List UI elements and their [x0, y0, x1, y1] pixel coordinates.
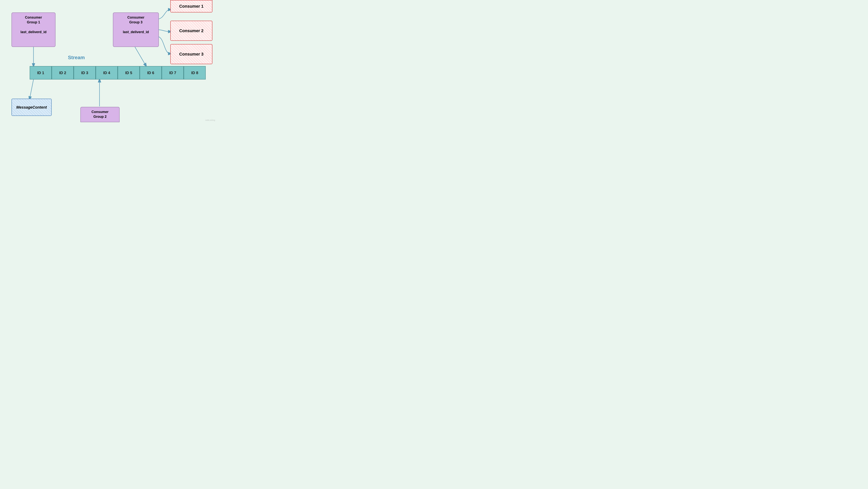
- svg-line-5: [30, 80, 33, 98]
- consumer-group-1-box: ConsumerGroup 1last_deliverd_id: [11, 12, 56, 47]
- consumer-1-label: Consumer 1: [179, 4, 204, 9]
- diagram-container: ConsumerGroup 1last_deliverd_id Consumer…: [0, 0, 217, 122]
- consumer-group-2-box: ConsumerGroup 2: [81, 107, 120, 122]
- stream-cell-id4: ID 4: [96, 66, 118, 80]
- stream-cell-id6: ID 6: [140, 66, 162, 80]
- consumer-3-box: Consumer 3: [170, 44, 212, 64]
- stream-cell-id8: ID 8: [184, 66, 206, 80]
- stream-label: Stream: [68, 55, 85, 60]
- cg2-label: ConsumerGroup 2: [91, 110, 108, 119]
- stream-cell-id7: ID 7: [162, 66, 184, 80]
- svg-line-4: [135, 47, 146, 65]
- stream-cell-id1: ID 1: [30, 66, 52, 80]
- stream-row: ID 1 ID 2 ID 3 ID 4 ID 5 ID 6 ID 7 ID 8: [30, 66, 206, 80]
- consumer-2-label: Consumer 2: [179, 28, 204, 33]
- cg1-label: ConsumerGroup 1last_deliverd_id: [21, 16, 46, 34]
- stream-cell-id5: ID 5: [118, 66, 140, 80]
- message-content-box: MessageContent: [11, 98, 52, 116]
- consumer-1-box: Consumer 1: [170, 0, 212, 12]
- consumer-2-box: Consumer 2: [170, 21, 212, 41]
- stream-cell-id2: ID 2: [52, 66, 74, 80]
- message-content-label: MessageContent: [16, 105, 47, 110]
- consumer-3-label: Consumer 3: [179, 52, 204, 57]
- cg3-label: ConsumerGroup 3last_deliverd_id: [123, 16, 149, 34]
- stream-cell-id3: ID 3: [74, 66, 96, 80]
- watermark: redis.io/img: [205, 119, 215, 121]
- consumer-group-3-box: ConsumerGroup 3last_deliverd_id: [113, 12, 159, 47]
